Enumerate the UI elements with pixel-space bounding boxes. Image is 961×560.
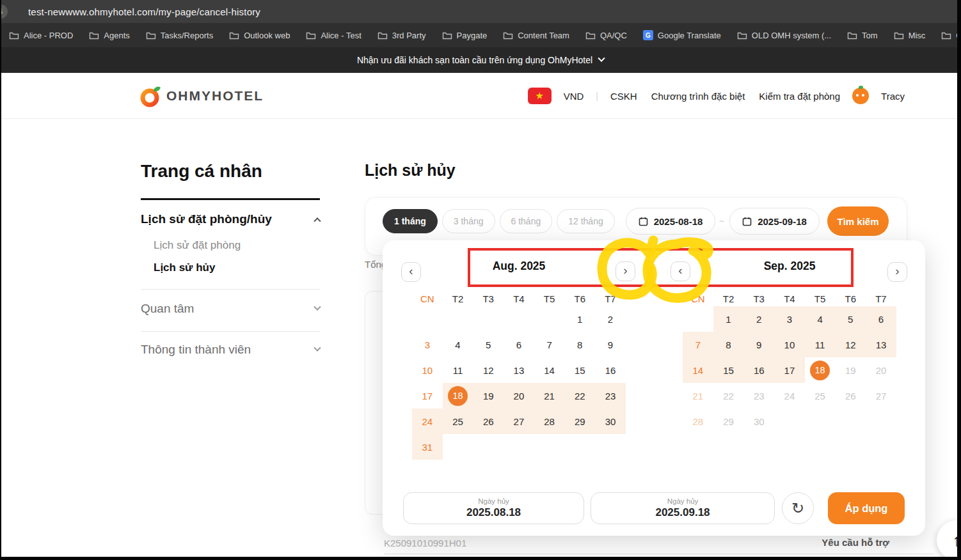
day-cell[interactable]: 31 (412, 434, 443, 460)
refresh-icon: ↻ (791, 499, 804, 517)
vietnam-flag-icon[interactable]: ★ (528, 88, 552, 104)
bookmark-folder[interactable]: Tasks/Reports (146, 31, 213, 40)
search-button[interactable]: Tìm kiếm (827, 206, 889, 236)
day-cell[interactable]: 28 (534, 408, 565, 434)
date-to-field[interactable]: 2025-09-18 (729, 208, 820, 235)
day-cell[interactable]: 27 (504, 408, 534, 434)
day-cell-selected[interactable]: 18 (805, 357, 836, 383)
day-cell[interactable]: 21 (534, 383, 565, 408)
day-cell[interactable]: 17 (774, 357, 805, 383)
weekday-label: T6 (835, 292, 866, 305)
day-cell[interactable]: 5 (835, 306, 866, 332)
day-cell[interactable]: 16 (743, 357, 774, 383)
bookmark-folder[interactable]: Misc (894, 31, 926, 40)
bookmark-label: Tasks/Reports (161, 31, 213, 40)
day-cell[interactable]: 1 (564, 306, 595, 332)
bookmark-folder[interactable]: OLD OMH system (... (737, 31, 831, 40)
day-cell[interactable]: 15 (564, 357, 595, 383)
date-from-field[interactable]: 2025-08-18 (626, 208, 715, 235)
day-cell[interactable]: 2 (595, 306, 626, 332)
day-cell[interactable]: 22 (564, 383, 595, 408)
day-cell[interactable]: 10 (774, 332, 805, 357)
user-avatar[interactable] (852, 88, 869, 104)
day-cell[interactable]: 3 (412, 332, 443, 357)
day-cell[interactable]: 26 (473, 408, 504, 434)
day-cell-selected[interactable]: 18 (443, 383, 473, 408)
day-cell[interactable]: 14 (683, 357, 713, 383)
empty-cell (534, 306, 565, 332)
bookmark-folder[interactable]: QA/QC (585, 31, 627, 40)
day-cell[interactable]: 25 (443, 408, 473, 434)
sidebar-item[interactable]: Lịch sử đặt phòng (154, 239, 241, 252)
bookmark-folder[interactable]: Content Team (503, 31, 569, 40)
day-cell[interactable]: 8 (564, 332, 595, 357)
date-from-value: 2025-08-18 (654, 216, 703, 227)
day-cell[interactable]: 11 (805, 332, 836, 357)
bookmark-folder[interactable]: 3rd Party (377, 31, 426, 40)
period-pill[interactable]: 12 tháng (557, 209, 615, 233)
day-cell[interactable]: 19 (473, 383, 504, 408)
day-cell[interactable]: 2 (743, 306, 774, 332)
user-name[interactable]: Tracy (881, 91, 905, 102)
sidebar-group-member-info[interactable]: Thông tin thành viên (141, 343, 320, 357)
reset-button[interactable]: ↻ (782, 492, 814, 524)
day-cell[interactable]: 15 (713, 357, 744, 383)
day-cell[interactable]: 4 (443, 332, 473, 357)
empty-cell (835, 408, 866, 434)
day-cell[interactable]: 24 (412, 408, 443, 434)
day-cell[interactable]: 20 (504, 383, 534, 408)
sidebar-group-booking-history[interactable]: Lịch sử đặt phòng/hủy (141, 212, 320, 226)
period-pill[interactable]: 6 tháng (500, 209, 553, 233)
cancel-end-date-box[interactable]: Ngày hủy 2025.09.18 (591, 492, 775, 524)
support-request-link[interactable]: Yêu cầu hỗ trợ (822, 537, 889, 548)
sidebar-item-active[interactable]: Lịch sử hủy (154, 261, 215, 274)
day-cell[interactable]: 6 (866, 306, 896, 332)
day-cell[interactable]: 3 (774, 306, 805, 332)
cancel-start-date-box[interactable]: Ngày hủy 2025.08.18 (403, 492, 584, 524)
period-pill[interactable]: 1 tháng (383, 209, 438, 233)
day-cell[interactable]: 30 (595, 408, 626, 434)
day-cell[interactable]: 13 (866, 332, 896, 357)
bookmark-folder[interactable]: Alice - Test (306, 31, 361, 40)
header-link[interactable]: Chương trình đặc biệt (651, 91, 745, 102)
day-cell[interactable]: 16 (595, 357, 626, 383)
day-cell[interactable]: 7 (683, 332, 713, 357)
url-text[interactable]: test-newwww.ohmyhotel.com/my-page/cancel… (28, 6, 260, 17)
folder-icon (306, 31, 316, 40)
day-cell[interactable]: 8 (713, 332, 744, 357)
browser-url-bar[interactable]: 5 test-newwww.ohmyhotel.com/my-page/canc… (0, 0, 961, 23)
day-cell[interactable]: 12 (835, 332, 866, 357)
bookmark-folder[interactable]: Alice - PROD (9, 31, 73, 40)
page-title: Lịch sử hủy (365, 161, 456, 180)
day-cell[interactable]: 29 (564, 408, 595, 434)
bookmark-folder[interactable]: Outlook web (229, 31, 290, 40)
bookmark-folder[interactable]: Tom (847, 31, 878, 40)
currency-selector[interactable]: VND (564, 91, 584, 102)
chevron-down-icon (598, 55, 605, 62)
day-cell[interactable]: 13 (504, 357, 534, 383)
day-cell[interactable]: 9 (743, 332, 774, 357)
day-cell[interactable]: 14 (534, 357, 565, 383)
day-cell[interactable]: 6 (504, 332, 534, 357)
bookmark-folder[interactable]: GGoogle Translate (643, 30, 721, 40)
day-cell[interactable]: 23 (595, 383, 626, 408)
bookmark-folder[interactable]: Paygate (442, 31, 488, 40)
day-cell[interactable]: 11 (443, 357, 473, 383)
bookmark-folder[interactable]: Agents (89, 31, 129, 40)
promo-banner[interactable]: Nhận ưu đãi khách sạn toàn cầu trên ứng … (0, 47, 961, 73)
day-cell[interactable]: 10 (412, 357, 443, 383)
apply-button[interactable]: Áp dụng (828, 492, 905, 524)
day-cell[interactable]: 4 (805, 306, 836, 332)
sidebar-group-wishlist[interactable]: Quan tâm (141, 302, 320, 316)
day-cell[interactable]: 9 (595, 332, 626, 357)
day-cell[interactable]: 12 (473, 357, 504, 383)
ohmyhotel-logo[interactable]: OHMYHOTEL (139, 84, 264, 108)
sidebar-group-label: Lịch sử đặt phòng/hủy (141, 212, 272, 226)
day-cell[interactable]: 1 (713, 306, 744, 332)
day-cell[interactable]: 17 (412, 383, 443, 408)
header-link[interactable]: Kiểm tra đặt phòng (759, 91, 840, 102)
day-cell[interactable]: 5 (473, 332, 504, 357)
period-pill[interactable]: 3 tháng (442, 209, 495, 233)
header-link[interactable]: CSKH (610, 91, 637, 102)
day-cell[interactable]: 7 (534, 332, 565, 357)
